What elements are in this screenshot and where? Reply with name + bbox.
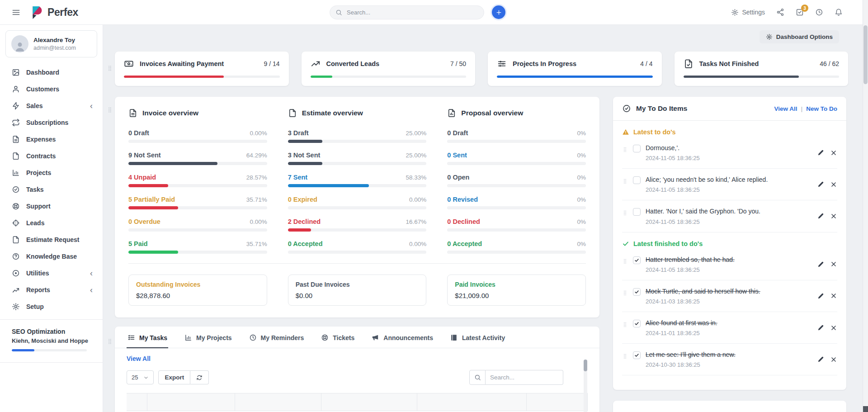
close-icon[interactable] (830, 292, 837, 299)
sidebar-item[interactable]: Dashboard (0, 64, 103, 81)
scrollbar-thumb[interactable] (863, 25, 868, 84)
close-icon[interactable] (830, 149, 837, 156)
todo-checkbox[interactable] (633, 208, 641, 216)
edit-icon[interactable] (817, 293, 824, 299)
stat-percent: 35.71% (246, 241, 267, 247)
tab[interactable]: My Projects (184, 327, 233, 348)
refresh-icon (196, 374, 203, 381)
todo-checkbox-checked[interactable] (633, 256, 641, 264)
todo-checkbox[interactable] (633, 176, 641, 184)
stat-row: 4 Unpaid 28.57% (128, 174, 267, 187)
table-scrollbar[interactable] (584, 360, 587, 412)
kpi-progress (311, 76, 467, 78)
drag-handle-icon[interactable] (622, 145, 628, 154)
sidebar-item[interactable]: Utilities ‹ (0, 265, 103, 281)
sidebar-item[interactable]: Subscriptions (0, 114, 103, 131)
drag-handle-icon[interactable] (622, 177, 628, 186)
tab[interactable]: Tickets (320, 327, 355, 348)
kpi-card[interactable]: Invoices Awaiting Payment 9 / 14 (115, 52, 289, 86)
refresh-button[interactable] (190, 370, 209, 384)
page-size-select[interactable]: 25 (127, 370, 154, 384)
warning-icon (622, 128, 629, 136)
totals-label: Outstanding Invoices (136, 281, 259, 288)
overview-column: Proposal overview 0 Draft (447, 109, 586, 262)
settings-button[interactable]: Settings (731, 9, 765, 16)
todo-checkbox-checked[interactable] (633, 288, 641, 296)
kpi-label: Projects In Progress (513, 60, 576, 67)
sidebar-item[interactable]: Knowledge Base (0, 248, 103, 265)
share-button[interactable] (776, 8, 784, 16)
sidebar-item[interactable]: Customers (0, 81, 103, 97)
table-search-input[interactable] (486, 370, 563, 385)
stat-row: 0 Declined 0% (447, 218, 586, 232)
sidebar-item[interactable]: Support (0, 198, 103, 214)
drag-handle-icon[interactable] (622, 208, 628, 218)
tab[interactable]: Announcements (371, 327, 434, 348)
stat-percent: 0% (577, 241, 586, 247)
todo-checkbox-checked[interactable] (633, 320, 641, 327)
edit-icon[interactable] (817, 149, 824, 156)
tab[interactable]: Latest Activity (449, 327, 506, 348)
notifications-button[interactable] (835, 8, 843, 16)
close-icon[interactable] (830, 260, 837, 268)
tab[interactable]: My Reminders (248, 327, 305, 348)
sidebar-item-label: Subscriptions (26, 119, 68, 126)
drag-handle-icon[interactable] (622, 257, 628, 266)
global-search[interactable] (330, 5, 484, 19)
new-todo-link[interactable]: New To Do (806, 105, 837, 112)
export-button[interactable]: Export (158, 370, 190, 384)
global-search-input[interactable] (346, 9, 478, 16)
profile-card[interactable]: Alexandre Toy admin@test.com (5, 30, 97, 57)
edit-icon[interactable] (817, 356, 824, 363)
brand[interactable]: Perfex (30, 5, 78, 20)
stat-progress-fill (128, 184, 168, 187)
sidebar-item[interactable]: Reports ‹ (0, 281, 103, 298)
edit-icon[interactable] (817, 324, 824, 331)
stat-percent: 35.71% (246, 196, 267, 203)
drag-handle-icon[interactable] (107, 336, 113, 346)
drag-handle-icon[interactable] (107, 105, 113, 115)
close-icon[interactable] (830, 324, 837, 331)
todo-checkbox-checked[interactable] (633, 351, 641, 359)
timers-button[interactable] (815, 8, 823, 16)
sidebar-item[interactable]: Setup (0, 298, 103, 315)
close-icon[interactable] (830, 356, 837, 363)
drag-handle-icon[interactable] (622, 289, 628, 298)
stat-progress (447, 206, 586, 209)
sliders-icon (497, 59, 507, 69)
drag-handle-icon[interactable] (622, 320, 628, 329)
dashboard-options-button[interactable]: Dashboard Options (760, 30, 839, 43)
tab[interactable]: My Tasks (127, 327, 168, 348)
sidebar-item[interactable]: Sales ‹ (0, 97, 103, 114)
close-icon[interactable] (830, 181, 837, 188)
edit-icon[interactable] (817, 181, 824, 188)
drag-handle-icon[interactable] (622, 352, 628, 361)
search-icon[interactable] (469, 370, 486, 385)
kpi-card[interactable]: Projects In Progress 4 / 4 (488, 52, 662, 86)
todo-notifications-button[interactable]: 3 (796, 8, 804, 16)
sidebar-project[interactable]: SEO Optimization Kiehn, Mosciski and Hop… (0, 324, 103, 358)
trend-icon (12, 286, 20, 294)
edit-icon[interactable] (817, 261, 824, 268)
sidebar-item[interactable]: Expenses (0, 131, 103, 147)
quick-add-button[interactable] (492, 5, 505, 19)
file-icon (12, 236, 20, 244)
sidebar-item[interactable]: Estimate Request (0, 231, 103, 248)
view-all-link[interactable]: View All (127, 355, 151, 362)
tab-label: Latest Activity (462, 334, 505, 341)
sidebar-item[interactable]: Tasks (0, 181, 103, 198)
menu-icon[interactable] (12, 8, 20, 17)
kpi-card[interactable]: Tasks Not Finished 46 / 62 (675, 52, 849, 86)
sidebar-item[interactable]: Contracts (0, 147, 103, 164)
stat-percent: 58.33% (406, 174, 427, 181)
sidebar-item[interactable]: Leads (0, 214, 103, 231)
todo-view-all-link[interactable]: View All (774, 105, 797, 112)
zap-icon (12, 102, 20, 110)
page-scrollbar[interactable] (863, 0, 868, 412)
drag-handle-icon[interactable] (107, 63, 113, 73)
sidebar-item[interactable]: Projects (0, 164, 103, 181)
kpi-card[interactable]: Converted Leads 7 / 50 (302, 52, 476, 86)
todo-checkbox[interactable] (633, 145, 641, 152)
edit-icon[interactable] (817, 213, 824, 219)
close-icon[interactable] (830, 213, 837, 220)
